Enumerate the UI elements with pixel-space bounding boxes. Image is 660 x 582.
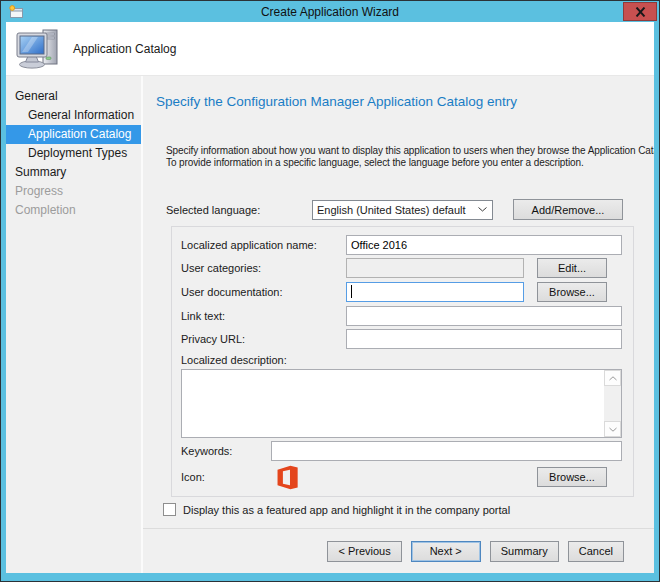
wizard-body: General General Information Application … <box>6 76 654 573</box>
office-2016-logo-icon <box>276 465 299 490</box>
browse-icon-button[interactable]: Browse... <box>537 467 607 487</box>
text-caret <box>351 285 352 298</box>
window-title: Create Application Wizard <box>1 5 659 19</box>
language-select[interactable]: English (United States) default <box>312 200 493 220</box>
edit-categories-button[interactable]: Edit... <box>537 258 607 278</box>
wizard-footer: < Previous Next > Summary Cancel <box>143 528 654 573</box>
computer-workstation-icon <box>16 28 60 70</box>
page-description: Specify information about how you want t… <box>166 145 634 169</box>
add-remove-button[interactable]: Add/Remove... <box>513 199 623 220</box>
keywords-input[interactable] <box>271 441 622 461</box>
scrollbar-track[interactable] <box>604 386 621 421</box>
wizard-navigation: General General Information Application … <box>6 76 141 573</box>
sidebar-item-completion: Completion <box>6 201 141 220</box>
previous-button[interactable]: < Previous <box>327 541 401 562</box>
titlebar: Create Application Wizard <box>1 1 659 22</box>
page-description-line2: To provide information in a specific lan… <box>166 157 634 169</box>
cancel-button[interactable]: Cancel <box>568 541 624 562</box>
chevron-up-icon <box>609 376 617 381</box>
language-select-value: English (United States) default <box>317 204 478 216</box>
header-title: Application Catalog <box>73 42 176 56</box>
app-name-label: Localized application name: <box>181 239 346 251</box>
link-text-input[interactable] <box>346 306 622 326</box>
chevron-down-icon <box>609 427 617 432</box>
wizard-header: Application Catalog <box>6 22 654 76</box>
link-text-label: Link text: <box>181 310 346 322</box>
icon-label: Icon: <box>181 471 271 483</box>
privacy-url-label: Privacy URL: <box>181 333 346 345</box>
user-categories-label: User categories: <box>181 262 346 274</box>
sidebar-item-general[interactable]: General <box>6 87 141 106</box>
sidebar-item-general-information[interactable]: General Information <box>6 106 141 125</box>
browse-documentation-button[interactable]: Browse... <box>537 282 607 302</box>
user-documentation-input[interactable] <box>346 282 524 302</box>
sidebar-item-summary[interactable]: Summary <box>6 163 141 182</box>
textarea-scrollbar[interactable] <box>604 370 621 437</box>
app-name-input[interactable] <box>346 235 622 255</box>
page-application-catalog: Specify the Configuration Manager Applic… <box>143 76 654 528</box>
localized-info-groupbox: Localized application name: User categor… <box>171 226 634 497</box>
user-documentation-label: User documentation: <box>181 286 346 298</box>
sidebar-item-deployment-types[interactable]: Deployment Types <box>6 144 141 163</box>
localized-description-label: Localized description: <box>181 354 622 367</box>
page-title: Specify the Configuration Manager Applic… <box>156 94 634 109</box>
scroll-up-button[interactable] <box>604 370 621 386</box>
selected-language-label: Selected language: <box>166 204 312 216</box>
featured-app-checkbox-label: Display this as a featured app and highl… <box>183 504 510 516</box>
localized-description-textarea[interactable] <box>181 369 622 438</box>
page-description-line1: Specify information about how you want t… <box>166 145 634 157</box>
featured-app-checkbox[interactable] <box>163 503 176 516</box>
window-frame: Application Catalog General General Info… <box>1 22 659 581</box>
sidebar-item-application-catalog[interactable]: Application Catalog <box>6 125 141 144</box>
chevron-down-icon <box>478 207 487 212</box>
close-x-icon <box>635 7 646 17</box>
scroll-down-button[interactable] <box>604 421 621 437</box>
create-application-wizard-window: Create Application Wizard <box>0 0 660 582</box>
keywords-label: Keywords: <box>181 445 271 457</box>
next-button[interactable]: Next > <box>411 541 481 562</box>
close-button[interactable] <box>623 2 657 21</box>
summary-button[interactable]: Summary <box>490 541 559 562</box>
user-categories-input <box>346 258 524 278</box>
sidebar-item-progress: Progress <box>6 182 141 201</box>
privacy-url-input[interactable] <box>346 329 622 349</box>
